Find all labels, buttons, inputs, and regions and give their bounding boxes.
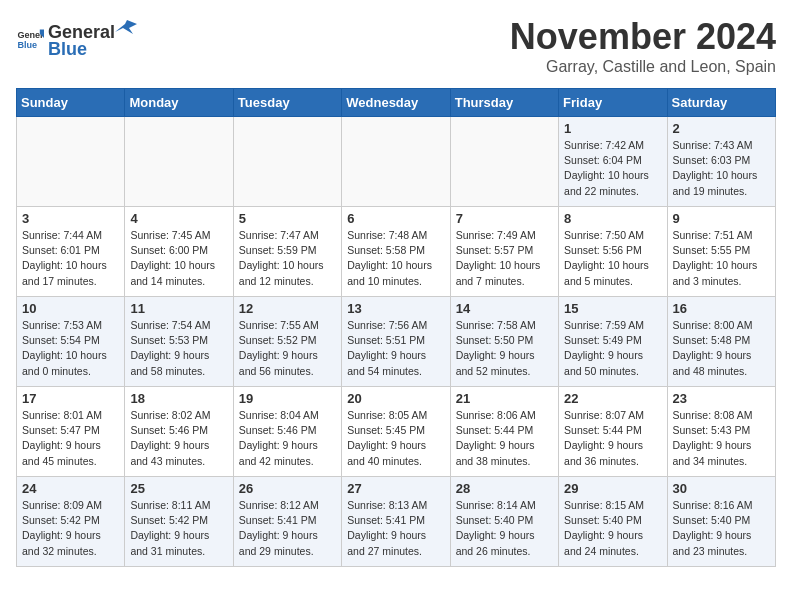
day-info: Sunrise: 7:58 AM Sunset: 5:50 PM Dayligh… — [456, 318, 553, 379]
day-number: 15 — [564, 301, 661, 316]
day-number: 24 — [22, 481, 119, 496]
calendar-week-3: 17Sunrise: 8:01 AM Sunset: 5:47 PM Dayli… — [17, 387, 776, 477]
day-info: Sunrise: 8:08 AM Sunset: 5:43 PM Dayligh… — [673, 408, 770, 469]
calendar-week-4: 24Sunrise: 8:09 AM Sunset: 5:42 PM Dayli… — [17, 477, 776, 567]
calendar-cell: 20Sunrise: 8:05 AM Sunset: 5:45 PM Dayli… — [342, 387, 450, 477]
day-number: 6 — [347, 211, 444, 226]
day-info: Sunrise: 8:16 AM Sunset: 5:40 PM Dayligh… — [673, 498, 770, 559]
day-number: 22 — [564, 391, 661, 406]
col-header-wednesday: Wednesday — [342, 89, 450, 117]
day-number: 16 — [673, 301, 770, 316]
logo-bird-icon — [115, 16, 137, 38]
day-info: Sunrise: 7:45 AM Sunset: 6:00 PM Dayligh… — [130, 228, 227, 289]
calendar-cell: 16Sunrise: 8:00 AM Sunset: 5:48 PM Dayli… — [667, 297, 775, 387]
calendar-cell — [233, 117, 341, 207]
calendar-week-1: 3Sunrise: 7:44 AM Sunset: 6:01 PM Daylig… — [17, 207, 776, 297]
calendar-cell: 14Sunrise: 7:58 AM Sunset: 5:50 PM Dayli… — [450, 297, 558, 387]
calendar-cell: 21Sunrise: 8:06 AM Sunset: 5:44 PM Dayli… — [450, 387, 558, 477]
calendar-cell — [125, 117, 233, 207]
day-number: 28 — [456, 481, 553, 496]
day-number: 9 — [673, 211, 770, 226]
day-number: 7 — [456, 211, 553, 226]
calendar-cell — [342, 117, 450, 207]
calendar-week-2: 10Sunrise: 7:53 AM Sunset: 5:54 PM Dayli… — [17, 297, 776, 387]
calendar-cell: 13Sunrise: 7:56 AM Sunset: 5:51 PM Dayli… — [342, 297, 450, 387]
day-info: Sunrise: 8:01 AM Sunset: 5:47 PM Dayligh… — [22, 408, 119, 469]
day-info: Sunrise: 7:43 AM Sunset: 6:03 PM Dayligh… — [673, 138, 770, 199]
col-header-monday: Monday — [125, 89, 233, 117]
day-number: 4 — [130, 211, 227, 226]
day-number: 1 — [564, 121, 661, 136]
day-info: Sunrise: 7:59 AM Sunset: 5:49 PM Dayligh… — [564, 318, 661, 379]
day-number: 29 — [564, 481, 661, 496]
day-number: 10 — [22, 301, 119, 316]
day-info: Sunrise: 8:14 AM Sunset: 5:40 PM Dayligh… — [456, 498, 553, 559]
svg-text:Blue: Blue — [17, 40, 37, 50]
calendar-cell: 11Sunrise: 7:54 AM Sunset: 5:53 PM Dayli… — [125, 297, 233, 387]
day-number: 14 — [456, 301, 553, 316]
calendar-cell: 6Sunrise: 7:48 AM Sunset: 5:58 PM Daylig… — [342, 207, 450, 297]
day-number: 25 — [130, 481, 227, 496]
calendar-cell: 1Sunrise: 7:42 AM Sunset: 6:04 PM Daylig… — [559, 117, 667, 207]
day-info: Sunrise: 7:49 AM Sunset: 5:57 PM Dayligh… — [456, 228, 553, 289]
day-number: 17 — [22, 391, 119, 406]
day-number: 19 — [239, 391, 336, 406]
calendar-cell: 15Sunrise: 7:59 AM Sunset: 5:49 PM Dayli… — [559, 297, 667, 387]
calendar-cell: 7Sunrise: 7:49 AM Sunset: 5:57 PM Daylig… — [450, 207, 558, 297]
day-number: 11 — [130, 301, 227, 316]
day-info: Sunrise: 8:00 AM Sunset: 5:48 PM Dayligh… — [673, 318, 770, 379]
col-header-sunday: Sunday — [17, 89, 125, 117]
logo-icon: General Blue — [16, 24, 44, 52]
col-header-friday: Friday — [559, 89, 667, 117]
day-info: Sunrise: 7:54 AM Sunset: 5:53 PM Dayligh… — [130, 318, 227, 379]
day-info: Sunrise: 7:55 AM Sunset: 5:52 PM Dayligh… — [239, 318, 336, 379]
month-title: November 2024 — [510, 16, 776, 58]
day-info: Sunrise: 7:51 AM Sunset: 5:55 PM Dayligh… — [673, 228, 770, 289]
day-number: 3 — [22, 211, 119, 226]
calendar-cell: 5Sunrise: 7:47 AM Sunset: 5:59 PM Daylig… — [233, 207, 341, 297]
calendar-cell: 25Sunrise: 8:11 AM Sunset: 5:42 PM Dayli… — [125, 477, 233, 567]
day-number: 26 — [239, 481, 336, 496]
calendar-header-row: SundayMondayTuesdayWednesdayThursdayFrid… — [17, 89, 776, 117]
calendar-cell: 28Sunrise: 8:14 AM Sunset: 5:40 PM Dayli… — [450, 477, 558, 567]
calendar-table: SundayMondayTuesdayWednesdayThursdayFrid… — [16, 88, 776, 567]
calendar-cell: 2Sunrise: 7:43 AM Sunset: 6:03 PM Daylig… — [667, 117, 775, 207]
calendar-cell: 23Sunrise: 8:08 AM Sunset: 5:43 PM Dayli… — [667, 387, 775, 477]
calendar-cell: 17Sunrise: 8:01 AM Sunset: 5:47 PM Dayli… — [17, 387, 125, 477]
day-number: 27 — [347, 481, 444, 496]
day-number: 21 — [456, 391, 553, 406]
day-info: Sunrise: 7:42 AM Sunset: 6:04 PM Dayligh… — [564, 138, 661, 199]
day-info: Sunrise: 8:12 AM Sunset: 5:41 PM Dayligh… — [239, 498, 336, 559]
title-area: November 2024 Garray, Castille and Leon,… — [510, 16, 776, 76]
header-area: General Blue General Blue November 2024 … — [16, 16, 776, 76]
day-info: Sunrise: 8:05 AM Sunset: 5:45 PM Dayligh… — [347, 408, 444, 469]
calendar-cell: 27Sunrise: 8:13 AM Sunset: 5:41 PM Dayli… — [342, 477, 450, 567]
calendar-cell — [17, 117, 125, 207]
day-number: 18 — [130, 391, 227, 406]
calendar-cell: 30Sunrise: 8:16 AM Sunset: 5:40 PM Dayli… — [667, 477, 775, 567]
logo: General Blue General Blue — [16, 16, 137, 60]
day-number: 13 — [347, 301, 444, 316]
col-header-thursday: Thursday — [450, 89, 558, 117]
col-header-tuesday: Tuesday — [233, 89, 341, 117]
day-number: 30 — [673, 481, 770, 496]
day-info: Sunrise: 7:50 AM Sunset: 5:56 PM Dayligh… — [564, 228, 661, 289]
day-number: 8 — [564, 211, 661, 226]
calendar-cell: 26Sunrise: 8:12 AM Sunset: 5:41 PM Dayli… — [233, 477, 341, 567]
calendar-cell: 3Sunrise: 7:44 AM Sunset: 6:01 PM Daylig… — [17, 207, 125, 297]
calendar-cell: 24Sunrise: 8:09 AM Sunset: 5:42 PM Dayli… — [17, 477, 125, 567]
calendar-cell: 4Sunrise: 7:45 AM Sunset: 6:00 PM Daylig… — [125, 207, 233, 297]
calendar-cell: 29Sunrise: 8:15 AM Sunset: 5:40 PM Dayli… — [559, 477, 667, 567]
location-title: Garray, Castille and Leon, Spain — [510, 58, 776, 76]
day-info: Sunrise: 8:11 AM Sunset: 5:42 PM Dayligh… — [130, 498, 227, 559]
calendar-cell: 22Sunrise: 8:07 AM Sunset: 5:44 PM Dayli… — [559, 387, 667, 477]
calendar-week-0: 1Sunrise: 7:42 AM Sunset: 6:04 PM Daylig… — [17, 117, 776, 207]
day-info: Sunrise: 7:47 AM Sunset: 5:59 PM Dayligh… — [239, 228, 336, 289]
day-info: Sunrise: 8:06 AM Sunset: 5:44 PM Dayligh… — [456, 408, 553, 469]
day-info: Sunrise: 8:02 AM Sunset: 5:46 PM Dayligh… — [130, 408, 227, 469]
calendar-cell: 12Sunrise: 7:55 AM Sunset: 5:52 PM Dayli… — [233, 297, 341, 387]
day-info: Sunrise: 7:53 AM Sunset: 5:54 PM Dayligh… — [22, 318, 119, 379]
col-header-saturday: Saturday — [667, 89, 775, 117]
day-info: Sunrise: 8:13 AM Sunset: 5:41 PM Dayligh… — [347, 498, 444, 559]
day-info: Sunrise: 8:15 AM Sunset: 5:40 PM Dayligh… — [564, 498, 661, 559]
